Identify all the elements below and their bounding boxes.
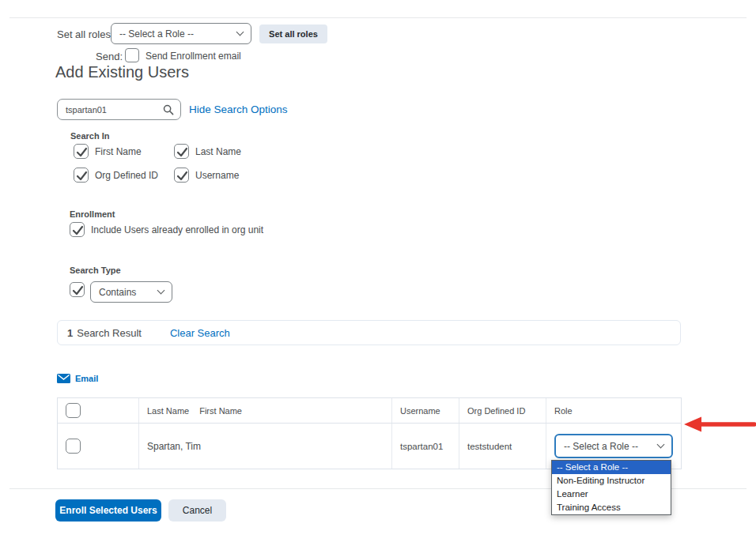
header-name-cell: Last Name First Name (139, 398, 392, 423)
send-enrollment-label: Send Enrollment email (146, 51, 241, 62)
email-icon (57, 374, 70, 383)
header-org-defined-id: Org Defined ID (467, 406, 525, 416)
select-all-checkbox[interactable] (66, 403, 81, 418)
red-arrow-annotation-icon (682, 413, 756, 435)
send-label: Send: (57, 51, 123, 62)
row-username: tspartan01 (400, 442, 443, 451)
checkbox-org-defined-id-label: Org Defined ID (95, 170, 158, 181)
checkbox-include-enrolled[interactable] (70, 222, 85, 237)
role-option-select-a-role[interactable]: -- Select a Role -- (552, 461, 671, 474)
header-role: Role (554, 406, 573, 416)
checkmark-icon (176, 169, 189, 183)
send-enrollment-checkbox[interactable] (125, 48, 139, 62)
checkbox-last-name[interactable] (174, 144, 189, 159)
chevron-down-icon (657, 441, 665, 449)
checkbox-search-type[interactable] (70, 282, 85, 297)
role-option-learner[interactable]: Learner (552, 488, 671, 501)
header-username: Username (400, 406, 440, 416)
page-title: Add Existing Users (55, 63, 189, 81)
search-type-select-value: Contains (99, 287, 136, 298)
row-name-cell: Spartan, Tim (139, 424, 392, 469)
header-last-name[interactable]: Last Name (147, 406, 189, 416)
checkbox-username-label: Username (195, 170, 239, 181)
checkmark-icon (71, 284, 85, 297)
search-type-select[interactable]: Contains (90, 281, 172, 303)
set-all-roles-select[interactable]: -- Select a Role -- (111, 23, 251, 44)
enrollment-label: Enrollment (70, 209, 115, 219)
add-existing-users-page: Set all roles to: -- Select a Role -- Se… (0, 0, 756, 546)
row-org-id-cell: teststudent (459, 424, 546, 469)
row-checkbox[interactable] (66, 439, 81, 454)
checkbox-username[interactable] (174, 168, 189, 183)
checkmark-icon (176, 145, 189, 159)
clear-search-link[interactable]: Clear Search (170, 327, 230, 339)
search-box (57, 99, 181, 120)
checkmark-icon (71, 224, 85, 237)
role-option-non-editing-instructor[interactable]: Non-Editing Instructor (552, 474, 671, 488)
search-type-label: Search Type (70, 265, 121, 275)
hide-search-options-link[interactable]: Hide Search Options (189, 104, 288, 115)
header-org-id-cell: Org Defined ID (459, 398, 546, 423)
row-role-select[interactable]: -- Select a Role -- (554, 434, 673, 458)
checkmark-icon (75, 169, 89, 183)
checkbox-org-defined-id[interactable] (74, 168, 89, 183)
row-org-defined-id: teststudent (467, 442, 512, 451)
checkmark-icon (75, 145, 89, 159)
row-name: Spartan, Tim (147, 441, 201, 452)
search-result-bar: 1 Search Result Clear Search (57, 320, 681, 345)
row-role-select-value: -- Select a Role -- (564, 441, 638, 452)
set-all-roles-select-value: -- Select a Role -- (119, 28, 194, 40)
header-first-name[interactable]: First Name (199, 406, 242, 416)
role-option-training-access[interactable]: Training Access (552, 501, 671, 514)
row-username-cell: tspartan01 (392, 424, 459, 469)
role-listbox: -- Select a Role -- Non-Editing Instruct… (551, 460, 671, 515)
checkbox-first-name-label: First Name (95, 146, 142, 157)
header-role-cell: Role (546, 398, 682, 423)
search-in-label: Search In (70, 131, 110, 141)
email-action-label: Email (75, 374, 98, 383)
result-count-label: Search Result (77, 327, 142, 339)
result-count: 1 (67, 327, 73, 339)
table-header-row: Last Name First Name Username Org Define… (58, 398, 681, 424)
email-action[interactable]: Email (57, 374, 98, 383)
top-divider (9, 17, 747, 18)
header-username-cell: Username (392, 398, 459, 423)
checkbox-first-name[interactable] (74, 144, 89, 159)
search-icon[interactable] (163, 104, 174, 115)
checkbox-last-name-label: Last Name (195, 146, 241, 157)
search-input[interactable] (66, 100, 159, 119)
checkbox-include-enrolled-label: Include Users already enrolled in org un… (91, 224, 263, 235)
chevron-down-icon (157, 287, 165, 295)
results-table: Last Name First Name Username Org Define… (57, 397, 682, 469)
cancel-button[interactable]: Cancel (168, 499, 226, 522)
set-all-roles-button[interactable]: Set all roles (259, 24, 327, 43)
enroll-selected-users-button[interactable]: Enroll Selected Users (55, 499, 161, 522)
chevron-down-icon (236, 28, 244, 36)
header-select-all-cell (58, 398, 139, 423)
row-select-cell (58, 424, 139, 469)
